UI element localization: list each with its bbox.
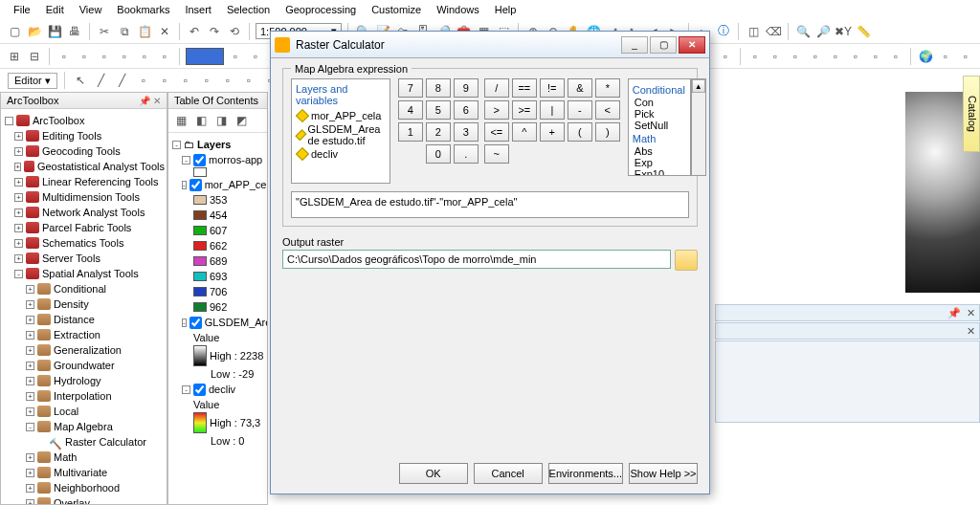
layers-variables-list[interactable]: Layers and variables mor_APP_celaGLSDEM_… xyxy=(291,78,390,184)
cut-icon[interactable]: ✂ xyxy=(96,23,113,40)
measure-icon[interactable]: 📏 xyxy=(855,23,872,40)
pin-icon[interactable]: 📌 xyxy=(947,307,961,319)
clear-sel-icon[interactable]: ⌫ xyxy=(765,23,782,40)
pin-icon[interactable]: 📌 ✕ xyxy=(139,96,161,106)
op-btn[interactable]: != xyxy=(540,78,565,98)
functions-scrollbar[interactable]: ▲ xyxy=(691,78,706,176)
na9-icon[interactable]: ▫ xyxy=(937,48,954,65)
key-.[interactable]: . xyxy=(454,144,479,164)
show-help-button[interactable]: Show Help >> xyxy=(629,463,698,484)
op-btn[interactable]: - xyxy=(568,100,592,120)
key-3[interactable]: 3 xyxy=(454,122,479,142)
output-raster-input[interactable] xyxy=(282,250,671,269)
layer-item[interactable]: mor_APP_cela xyxy=(296,109,386,122)
delete-icon[interactable]: ✕ xyxy=(156,23,173,40)
ed-ico9[interactable]: ▫ xyxy=(240,72,257,89)
paste-icon[interactable]: 📋 xyxy=(136,23,153,40)
edit5-icon[interactable]: ▫ xyxy=(136,48,153,65)
ed-ico8[interactable]: ▫ xyxy=(219,72,236,89)
op-btn[interactable]: + xyxy=(540,122,565,142)
func-item[interactable]: Abs xyxy=(633,145,686,157)
open-icon[interactable]: 📂 xyxy=(26,23,43,40)
edit8-icon[interactable]: ▫ xyxy=(247,48,264,65)
key-6[interactable]: 6 xyxy=(454,100,479,120)
environments-button[interactable]: Environments... xyxy=(548,463,623,484)
docked-panel-2[interactable]: ✕ xyxy=(715,322,980,340)
na8-icon[interactable]: ▫ xyxy=(887,48,904,65)
func-item[interactable]: Exp xyxy=(633,157,686,168)
undo-icon[interactable]: ↶ xyxy=(186,23,203,40)
func-item[interactable]: Pick xyxy=(633,108,686,120)
op-btn[interactable]: > xyxy=(484,100,509,120)
na6-icon[interactable]: ▫ xyxy=(847,48,864,65)
menu-edit[interactable]: Edit xyxy=(42,2,68,17)
redo-icon[interactable]: ↷ xyxy=(206,23,223,40)
find-route-icon[interactable]: 🔎 xyxy=(814,23,832,40)
edit2-icon[interactable]: ▫ xyxy=(76,48,93,65)
op-btn[interactable]: ^ xyxy=(512,122,537,142)
op-btn[interactable]: ) xyxy=(595,122,620,142)
arctoolbox-tree[interactable]: ArcToolbox+Editing Tools+Geocoding Tools… xyxy=(1,109,167,504)
func-item[interactable]: SetNull xyxy=(633,120,686,131)
op-btn[interactable]: ( xyxy=(568,122,592,142)
georef2-icon[interactable]: ⊟ xyxy=(26,48,43,65)
ed-ico7[interactable]: ▫ xyxy=(198,72,215,89)
goto-xy-icon[interactable]: ✖Y xyxy=(835,23,852,40)
docked-panel-3[interactable]: . xyxy=(715,340,980,423)
minimize-button[interactable]: _ xyxy=(621,36,648,54)
edit3-icon[interactable]: ▫ xyxy=(96,48,113,65)
georef-icon[interactable]: ⊞ xyxy=(6,48,23,65)
na7-icon[interactable]: ▫ xyxy=(867,48,884,65)
find-icon[interactable]: 🔍 xyxy=(794,23,812,40)
key-0[interactable]: 0 xyxy=(426,144,451,164)
close-icon[interactable]: ✕ xyxy=(967,307,975,319)
key-7[interactable]: 7 xyxy=(398,78,423,98)
key-5[interactable]: 5 xyxy=(426,100,451,120)
menu-view[interactable]: View xyxy=(76,2,106,17)
catalog-tab[interactable]: Catalog xyxy=(963,76,980,152)
editor-dropdown[interactable]: Editor ▾ xyxy=(8,73,57,89)
edit1-icon[interactable]: ▫ xyxy=(56,48,73,65)
maximize-button[interactable]: ▢ xyxy=(650,36,677,54)
scroll-up-icon[interactable]: ▲ xyxy=(692,79,705,93)
toc-buttons[interactable]: ▦ ◧ ◨ ◩ xyxy=(168,109,267,133)
menu-help[interactable]: Help xyxy=(491,2,521,17)
copy-icon[interactable]: ⧉ xyxy=(116,23,133,40)
menu-insert[interactable]: Insert xyxy=(181,2,215,17)
select-feat-icon[interactable]: ◫ xyxy=(745,23,762,40)
edit4-icon[interactable]: ▫ xyxy=(116,48,133,65)
func-item[interactable]: Con xyxy=(633,97,686,108)
op-btn[interactable]: <= xyxy=(484,122,509,142)
save-icon[interactable]: 💾 xyxy=(46,23,63,40)
key-9[interactable]: 9 xyxy=(454,78,479,98)
op-btn[interactable]: < xyxy=(595,100,620,120)
op-btn[interactable]: * xyxy=(595,78,620,98)
print-icon[interactable]: 🖶 xyxy=(66,23,83,40)
menu-file[interactable]: File xyxy=(10,2,34,17)
key-1[interactable]: 1 xyxy=(398,122,423,142)
ed-ico1[interactable]: ↖ xyxy=(72,72,89,89)
ed-ico2[interactable]: ╱ xyxy=(93,72,110,89)
op-btn[interactable]: == xyxy=(512,78,537,98)
expression-box[interactable]: "GLSDEM_Area de estudo.tif"-"mor_APP_cel… xyxy=(291,191,689,218)
op-btn[interactable]: / xyxy=(484,78,509,98)
docked-panel-1[interactable]: 📌✕ xyxy=(715,304,980,321)
na5-icon[interactable]: ▫ xyxy=(827,48,844,65)
toc-tree[interactable]: -🗀Layers- morros-app- mor_APP_cela353454… xyxy=(168,133,267,504)
ed-ico5[interactable]: ▫ xyxy=(156,72,173,89)
func-item[interactable]: Exp10 xyxy=(633,168,686,176)
ed-ico4[interactable]: ▫ xyxy=(135,72,152,89)
close-button[interactable]: ✕ xyxy=(679,36,705,54)
new-icon[interactable]: ▢ xyxy=(6,23,23,40)
globe-icon[interactable]: 🌍 xyxy=(917,48,934,65)
op-btn[interactable]: ~ xyxy=(484,144,509,164)
ok-button[interactable]: OK xyxy=(399,463,468,484)
menu-geoprocessing[interactable]: Geoprocessing xyxy=(281,2,360,17)
layer-item[interactable]: GLSDEM_Area de estudo.tif xyxy=(296,122,386,147)
ed-ico3[interactable]: ╱ xyxy=(114,72,131,89)
transform-icon[interactable]: ⟲ xyxy=(226,23,243,40)
na1-icon[interactable]: ▫ xyxy=(746,48,764,65)
browse-folder-button[interactable] xyxy=(675,250,698,271)
functions-list[interactable]: ConditionalConPickSetNullMathAbsExpExp10 xyxy=(628,78,691,176)
menu-customize[interactable]: Customize xyxy=(368,2,425,17)
